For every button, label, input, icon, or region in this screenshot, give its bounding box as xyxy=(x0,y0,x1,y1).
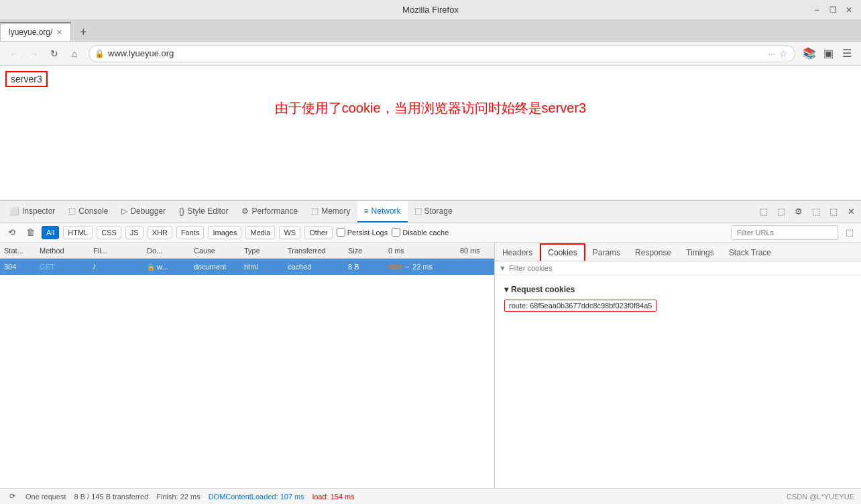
dom-content-loaded: DOMContentLoaded: 107 ms xyxy=(209,493,304,501)
row-timeline: → 22 ms xyxy=(386,261,494,272)
devtools-tab-storage[interactable]: ⬚ Storage xyxy=(408,201,459,223)
address-bar[interactable]: 🔒 www.lyueyue.org ··· ☆ xyxy=(89,45,795,62)
row-type: html xyxy=(241,263,285,271)
disable-cache-checkbox-label[interactable]: Disable cache xyxy=(392,228,449,237)
row-domain-text: w... xyxy=(157,263,168,271)
bookmark-icon[interactable]: ☆ xyxy=(779,48,788,59)
header-method[interactable]: Method xyxy=(37,247,91,255)
performance-icon: ⚙ xyxy=(241,206,249,216)
finish-info: Finish: 22 ms xyxy=(156,493,200,501)
devtools-tab-console[interactable]: ⬚ Console xyxy=(62,201,115,223)
row-transferred: cached xyxy=(285,263,345,271)
filter-js-button[interactable]: JS xyxy=(125,226,144,239)
menu-dots[interactable]: ··· xyxy=(768,48,775,58)
memory-icon: ⬚ xyxy=(311,206,319,216)
devtools-tab-memory[interactable]: ⬚ Memory xyxy=(304,201,357,223)
header-type[interactable]: Type xyxy=(241,247,285,255)
detail-tab-headers[interactable]: Headers xyxy=(495,243,540,261)
status-bar: ⟳ One request 8 B / 145 B transferred Fi… xyxy=(0,488,861,504)
filter-cookies-input[interactable] xyxy=(509,264,857,272)
network-request-list: Stat... Method Fil... Do... Cause Type T… xyxy=(0,243,495,488)
filter-all-button[interactable]: All xyxy=(42,226,59,239)
header-domain[interactable]: Do... xyxy=(144,247,191,255)
devtools-right-buttons: ⬚ ⬚ ⚙ ⬚ ⬚ ✕ xyxy=(756,204,858,219)
devtools-close-btn[interactable]: ✕ xyxy=(844,204,858,219)
disable-cache-checkbox[interactable] xyxy=(392,228,400,237)
devtools-tab-network[interactable]: ≡ Network xyxy=(357,201,408,223)
library-button[interactable]: 📚 xyxy=(801,45,818,62)
filter-urls-input[interactable] xyxy=(731,225,838,240)
header-timeline: 0 ms 80 ms xyxy=(386,247,494,255)
clear-log-button[interactable]: ⟲ xyxy=(4,225,19,240)
minimize-button[interactable]: − xyxy=(811,5,822,15)
storage-icon: ⬚ xyxy=(414,206,422,216)
browser-tab[interactable]: lyueyue.org/ ✕ xyxy=(0,22,71,41)
devtools-dock-btn[interactable]: ⬚ xyxy=(774,204,789,219)
row-method: GET xyxy=(37,263,91,271)
inspector-icon: ⬜ xyxy=(9,206,19,216)
page-message: 由于使用了cookie，当用浏览器访问时始终是server3 xyxy=(0,66,861,117)
detail-tab-response[interactable]: Response xyxy=(628,243,679,261)
encode-button[interactable]: ⬚ xyxy=(842,225,857,240)
devtools-settings-btn[interactable]: ⚙ xyxy=(791,204,806,219)
persist-logs-checkbox[interactable] xyxy=(337,228,345,237)
table-row[interactable]: 304 GET / 🔒 w... document html cached 8 … xyxy=(0,259,494,275)
forward-button[interactable]: → xyxy=(25,45,43,62)
detail-tab-cookies[interactable]: Cookies xyxy=(540,243,585,261)
filter-html-button[interactable]: HTML xyxy=(63,226,93,239)
devtools-pin-btn[interactable]: ⬚ xyxy=(826,204,841,219)
timeline-end: 80 ms xyxy=(460,247,480,255)
header-file[interactable]: Fil... xyxy=(91,247,144,255)
timeline-start: 0 ms xyxy=(388,247,404,255)
devtools-split-btn[interactable]: ⬚ xyxy=(756,204,771,219)
lock-icon: 🔒 xyxy=(95,49,105,58)
detail-tabs: Headers Cookies Params Response Timings … xyxy=(495,243,861,261)
server-label: server3 xyxy=(5,71,48,87)
filter-media-button[interactable]: Media xyxy=(245,226,275,239)
detail-tab-stack-trace[interactable]: Stack Trace xyxy=(722,243,779,261)
filter-css-button[interactable]: CSS xyxy=(97,226,121,239)
row-domain-icon: 🔒 xyxy=(147,263,155,271)
devtools-tab-style-editor[interactable]: {} Style Editor xyxy=(172,201,235,223)
filter-other-button[interactable]: Other xyxy=(304,226,333,239)
restore-button[interactable]: ❐ xyxy=(827,5,838,15)
header-transferred[interactable]: Transferred xyxy=(285,247,345,255)
devtools-tab-inspector[interactable]: ⬜ Inspector xyxy=(3,201,62,223)
tab-bar: lyueyue.org/ ✕ + xyxy=(0,20,861,42)
trash-button[interactable]: 🗑 xyxy=(23,225,38,240)
header-size[interactable]: Size xyxy=(345,247,386,255)
filter-images-button[interactable]: Images xyxy=(208,226,241,239)
header-cause[interactable]: Cause xyxy=(191,247,241,255)
tab-close-button[interactable]: ✕ xyxy=(56,28,62,37)
hamburger-button[interactable]: ☰ xyxy=(838,45,856,62)
back-button[interactable]: ← xyxy=(5,45,23,62)
home-button[interactable]: ⌂ xyxy=(66,45,83,62)
sidebar-button[interactable]: ▣ xyxy=(819,45,837,62)
navbar-right-buttons: 📚 ▣ ☰ xyxy=(801,45,856,62)
storage-label: Storage xyxy=(424,206,453,216)
header-status[interactable]: Stat... xyxy=(0,247,37,255)
persist-logs-checkbox-label[interactable]: Persist Logs xyxy=(337,228,388,237)
new-tab-button[interactable]: + xyxy=(74,23,93,41)
transferred-info: 8 B / 145 B transferred xyxy=(74,493,149,501)
timeline-bar: → 22 ms xyxy=(388,261,492,272)
filter-xhr-button[interactable]: XHR xyxy=(148,226,172,239)
style-editor-label: Style Editor xyxy=(187,206,228,216)
memory-label: Memory xyxy=(321,206,350,216)
detail-tab-timings[interactable]: Timings xyxy=(679,243,722,261)
devtools-popout-btn[interactable]: ⬚ xyxy=(809,204,823,219)
filter-cookies-row: ▼ xyxy=(495,261,861,275)
filter-ws-button[interactable]: WS xyxy=(279,226,300,239)
url-text: www.lyueyue.org xyxy=(108,48,174,58)
one-request: One request xyxy=(25,493,66,501)
status-icon: ⟳ xyxy=(7,491,17,502)
network-detail-panel: Headers Cookies Params Response Timings … xyxy=(495,243,861,488)
network-icon: ≡ xyxy=(364,206,369,216)
close-button[interactable]: ✕ xyxy=(844,5,854,15)
devtools-tab-debugger[interactable]: ▷ Debugger xyxy=(115,201,172,223)
row-domain: 🔒 w... xyxy=(144,263,191,271)
refresh-button[interactable]: ↻ xyxy=(46,45,63,62)
filter-fonts-button[interactable]: Fonts xyxy=(176,226,205,239)
devtools-tab-performance[interactable]: ⚙ Performance xyxy=(235,201,304,223)
detail-tab-params[interactable]: Params xyxy=(585,243,628,261)
